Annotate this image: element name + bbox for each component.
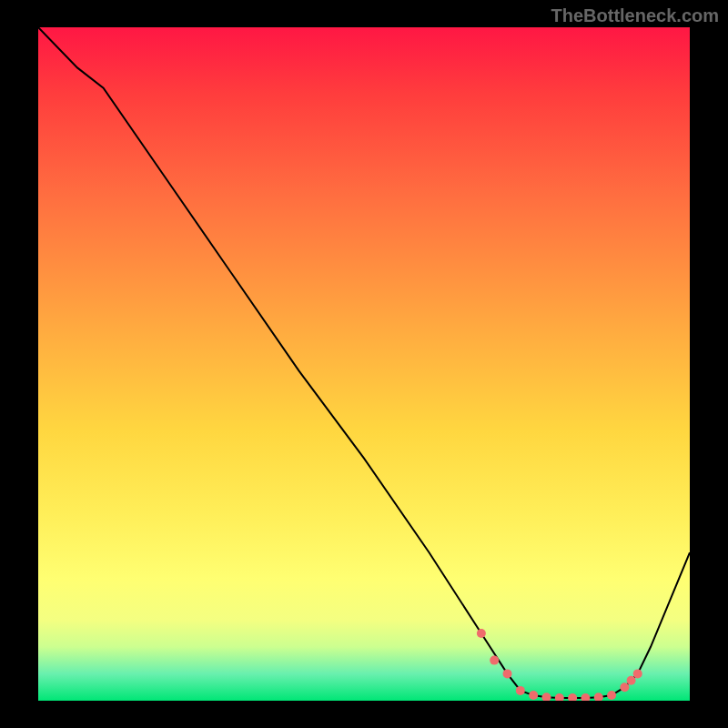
curve-dot xyxy=(490,656,499,665)
curve-dot xyxy=(541,693,551,701)
curve-dot xyxy=(477,629,486,638)
plot-area xyxy=(38,27,690,701)
curve-dot xyxy=(607,691,616,700)
chart-container: TheBottleneck.com xyxy=(0,0,728,728)
curve-dot xyxy=(568,693,577,701)
curve-dot xyxy=(529,691,538,700)
watermark-text: TheBottleneck.com xyxy=(551,5,719,26)
bottleneck-curve xyxy=(38,27,690,698)
curve-dot xyxy=(594,693,603,701)
curve-dot xyxy=(620,682,629,692)
curve-dot xyxy=(627,676,636,685)
curve-dot xyxy=(581,693,590,701)
curve-dot xyxy=(503,669,512,678)
curve-dot xyxy=(516,686,525,695)
curve-layer xyxy=(38,27,690,701)
curve-dot xyxy=(555,693,564,701)
curve-dot xyxy=(633,669,642,678)
